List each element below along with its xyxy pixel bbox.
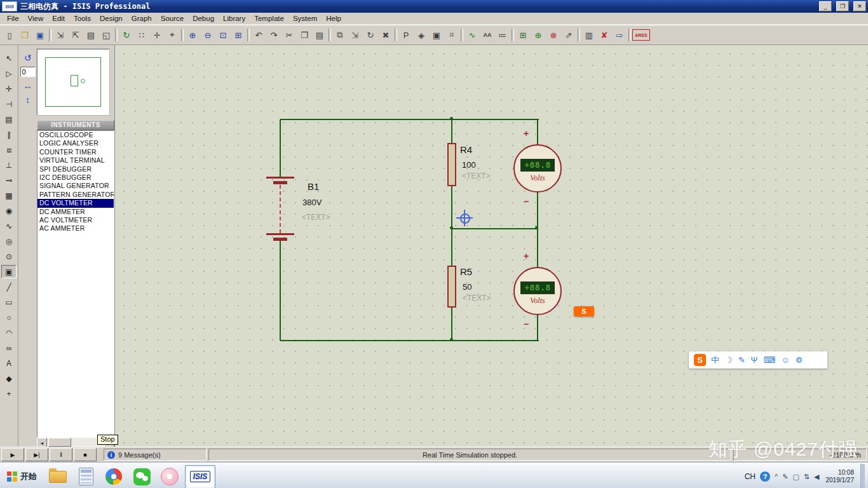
goto-sheet-icon[interactable]: ⇗	[561, 27, 576, 43]
selection-mode-icon[interactable]: ↖	[1, 51, 17, 65]
make-device-icon[interactable]: ◈	[414, 27, 429, 43]
wire[interactable]	[451, 229, 452, 266]
instrument-item[interactable]: AC AMMETER	[37, 224, 114, 233]
chinese-mode-icon[interactable]: 中	[711, 355, 719, 366]
instrument-item[interactable]: SPI DEBUGGER	[37, 165, 114, 173]
separator[interactable]	[49, 29, 51, 41]
symbol-tool-icon[interactable]: ◆	[1, 372, 17, 385]
import-section-icon[interactable]: ⇲	[53, 27, 68, 43]
new-sheet-icon[interactable]: ⊕	[531, 27, 546, 43]
separator[interactable]	[512, 29, 514, 41]
sogou-logo-icon[interactable]: S	[694, 354, 706, 366]
open-design-icon[interactable]: ❒	[17, 27, 32, 43]
instrument-item[interactable]: PATTERN GENERATOR	[37, 191, 114, 199]
zoom-out-icon[interactable]: ⊖	[200, 27, 215, 43]
wire[interactable]	[451, 308, 452, 341]
mark-output-area-icon[interactable]: ◱	[98, 27, 114, 43]
wire-label-icon[interactable]: ⊣	[1, 97, 17, 111]
separator[interactable]	[628, 29, 631, 41]
tape-recorder-icon[interactable]: ◉	[1, 204, 17, 217]
decompose-icon[interactable]: ⌗	[444, 27, 459, 43]
design-explorer-icon[interactable]: ⊞	[515, 27, 531, 43]
menu-item[interactable]: Debug	[188, 14, 219, 23]
ares-icon[interactable]: ARES	[632, 29, 650, 41]
graph-mode-icon[interactable]: ▦	[1, 189, 17, 202]
schematic-canvas[interactable]: B1 380V <TEXT> R4 100 <TEXT> R5 50 <TEXT…	[115, 45, 868, 447]
display-icon[interactable]: ▢	[792, 473, 799, 481]
isis-taskbar-button[interactable]: ISIS	[185, 465, 215, 488]
minimize-button[interactable]: _	[819, 1, 832, 11]
text-script-icon[interactable]: ▤	[1, 112, 17, 126]
menu-item[interactable]: Help	[322, 14, 346, 23]
zoom-all-icon[interactable]: ⊞	[231, 27, 246, 43]
menu-item[interactable]: System	[288, 14, 322, 23]
marker-tool-icon[interactable]: +	[1, 387, 17, 400]
wechat-icon[interactable]	[129, 464, 154, 488]
settings-wrench-icon[interactable]: ⚙	[795, 355, 803, 365]
battery-plate[interactable]	[273, 238, 287, 241]
separator[interactable]	[115, 29, 118, 41]
maximize-button[interactable]: ❐	[836, 1, 849, 11]
box-tool-icon[interactable]: ▭	[1, 295, 17, 309]
packaging-tool-icon[interactable]: ▣	[429, 27, 444, 43]
property-assignment-icon[interactable]: ≔	[495, 27, 510, 43]
mirror-vertical-icon[interactable]: ↕	[25, 95, 30, 105]
mirror-horizontal-icon[interactable]: ↔	[24, 81, 32, 91]
resistor-r4[interactable]	[447, 143, 456, 186]
instrument-item[interactable]: AC VOLTMETER	[37, 216, 114, 224]
remove-sheet-icon[interactable]: ⊗	[546, 27, 561, 43]
subcircuit-icon[interactable]: ⧈	[1, 143, 17, 156]
menu-item[interactable]: Graph	[127, 14, 156, 23]
handwriting-icon[interactable]: ✎	[738, 355, 745, 365]
menu-item[interactable]: Design	[95, 14, 127, 23]
arc-tool-icon[interactable]: ◠	[1, 326, 17, 339]
instrument-item[interactable]: LOGIC ANALYSER	[37, 139, 114, 147]
instrument-item[interactable]: COUNTER TIMER	[37, 148, 114, 156]
wire[interactable]	[451, 186, 452, 229]
dc-voltmeter-2[interactable]: +88.8 Volts	[513, 267, 562, 315]
cursor-icon[interactable]: ⌖	[165, 27, 180, 43]
instrument-item[interactable]: SIGNAL GENERATOR	[37, 182, 114, 190]
menu-item[interactable]: Source	[156, 14, 188, 23]
message-panel[interactable]: i 9 Message(s)	[104, 449, 207, 461]
wire[interactable]	[537, 119, 538, 145]
wire[interactable]	[280, 340, 539, 341]
pick-parts-icon[interactable]: P	[398, 27, 414, 43]
block-copy-icon[interactable]: ⧉	[332, 27, 348, 43]
wire[interactable]	[452, 228, 538, 229]
junction-dot-icon[interactable]: ✛	[1, 82, 17, 95]
help-tray-icon[interactable]: ?	[760, 471, 770, 482]
separator[interactable]	[181, 29, 184, 41]
wire[interactable]	[280, 241, 281, 341]
part-ref[interactable]: R5	[460, 266, 472, 277]
sogou-tray-icon[interactable]: S	[574, 306, 594, 316]
copy-icon[interactable]: ❐	[297, 27, 312, 43]
zoom-area-icon[interactable]: ⊡	[215, 27, 231, 43]
line-tool-icon[interactable]: ╱	[1, 280, 17, 294]
menu-item[interactable]: Library	[219, 14, 250, 23]
instrument-item[interactable]: DC VOLTMETER	[37, 199, 114, 207]
voltage-probe-icon[interactable]: ◎	[1, 234, 17, 248]
menu-item[interactable]: View	[24, 14, 48, 23]
volume-icon[interactable]: ◀	[814, 473, 819, 481]
part-ref[interactable]: B1	[308, 181, 319, 192]
block-rotate-icon[interactable]: ↻	[363, 27, 378, 43]
export-section-icon[interactable]: ⇱	[68, 27, 83, 43]
language-indicator[interactable]: CH	[745, 472, 756, 481]
search-tag-icon[interactable]: AA	[480, 27, 495, 43]
account-icon[interactable]: ☺	[781, 355, 789, 365]
ime-pen-icon[interactable]: ✎	[782, 473, 788, 481]
file-explorer-icon[interactable]	[45, 464, 71, 488]
separator[interactable]	[461, 29, 463, 41]
pause-button[interactable]: ‖	[50, 448, 72, 461]
resistor-r5[interactable]	[447, 266, 456, 308]
wire[interactable]	[451, 119, 452, 144]
play-button[interactable]: ▶	[1, 448, 24, 461]
battery-plate[interactable]	[266, 177, 294, 179]
media-app-icon[interactable]	[157, 464, 182, 488]
redraw-icon[interactable]: ↻	[119, 27, 134, 43]
instrument-item[interactable]: DC AMMETER	[37, 208, 114, 216]
component-mode-icon[interactable]: ▷	[1, 67, 17, 80]
menu-item[interactable]: Template	[250, 14, 288, 23]
separator[interactable]	[578, 29, 580, 41]
